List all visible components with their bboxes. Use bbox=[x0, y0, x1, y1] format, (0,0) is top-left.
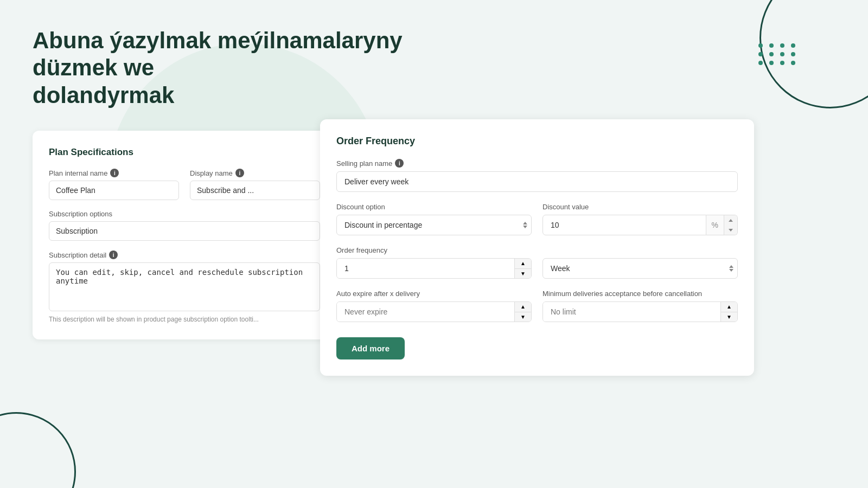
discount-value-decrement[interactable] bbox=[724, 225, 737, 235]
selling-plan-name-label: Selling plan name i bbox=[336, 159, 738, 168]
order-frequency-spinner: ▲ ▼ bbox=[336, 258, 532, 279]
min-deliveries-spinner: ▲ ▼ bbox=[542, 301, 738, 322]
auto-expire-label: Auto expire after x delivery bbox=[336, 290, 532, 298]
decorative-circle-bottom-left bbox=[0, 412, 76, 488]
order-frequency-spinner-btns: ▲ ▼ bbox=[514, 259, 531, 278]
display-name-group: Display name i bbox=[190, 169, 320, 200]
discount-value-arrows[interactable] bbox=[724, 215, 738, 235]
add-more-button[interactable]: Add more bbox=[336, 337, 405, 359]
discount-value-col: Discount value % bbox=[542, 203, 738, 235]
order-frequency-increment[interactable]: ▲ bbox=[515, 259, 531, 269]
auto-expire-col: Auto expire after x delivery ▲ ▼ bbox=[336, 290, 532, 322]
min-deliveries-input[interactable] bbox=[543, 302, 720, 322]
subscription-detail-group: Subscription detail i You can edit, skip… bbox=[49, 251, 320, 323]
min-deliveries-col: Minimum deliveries acceptance before can… bbox=[542, 290, 738, 322]
subscription-detail-info-icon[interactable]: i bbox=[109, 251, 118, 259]
min-deliveries-increment[interactable]: ▲ bbox=[721, 302, 737, 312]
selling-plan-name-group: Selling plan name i bbox=[336, 159, 738, 192]
discount-value-label: Discount value bbox=[542, 203, 738, 211]
auto-expire-input[interactable] bbox=[337, 302, 514, 322]
order-frequency-panel: Order Frequency Selling plan name i Disc… bbox=[320, 119, 754, 376]
period-arrows bbox=[729, 265, 733, 272]
auto-expire-spinner-btns: ▲ ▼ bbox=[514, 302, 531, 322]
order-frequency-period-select[interactable]: Week Day Month bbox=[542, 258, 738, 279]
order-frequency-label: Order frequency bbox=[336, 246, 532, 254]
order-frequency-period-label bbox=[542, 246, 738, 254]
discount-value-increment[interactable] bbox=[724, 215, 737, 225]
subscription-options-input[interactable] bbox=[49, 221, 320, 241]
min-deliveries-spinner-btns: ▲ ▼ bbox=[720, 302, 737, 322]
plan-internal-name-group: Plan internal name i bbox=[49, 169, 179, 200]
discount-option-arrows bbox=[523, 222, 527, 228]
period-arrow-up bbox=[729, 265, 733, 268]
selling-plan-name-input[interactable] bbox=[336, 171, 738, 192]
discount-row: Discount option Discount in percentage D… bbox=[336, 203, 738, 235]
discount-option-col: Discount option Discount in percentage D… bbox=[336, 203, 532, 235]
order-frequency-period-col: Week Day Month bbox=[542, 246, 738, 279]
discount-option-select[interactable]: Discount in percentage Discount in fixed… bbox=[336, 215, 532, 235]
subscription-detail-textarea[interactable]: You can edit, skip, cancel and reschedul… bbox=[49, 262, 320, 311]
selling-plan-name-info-icon[interactable]: i bbox=[395, 159, 404, 168]
display-name-label: Display name i bbox=[190, 169, 320, 177]
order-frequency-decrement[interactable]: ▼ bbox=[515, 269, 531, 279]
plan-internal-name-input[interactable] bbox=[49, 181, 179, 200]
order-frequency-row: Order frequency ▲ ▼ Week Day Month bbox=[336, 246, 738, 279]
expire-row: Auto expire after x delivery ▲ ▼ Minimum… bbox=[336, 290, 738, 322]
discount-option-label: Discount option bbox=[336, 203, 532, 211]
discount-value-wrapper: % bbox=[542, 215, 738, 235]
subscription-options-group: Subscription options bbox=[49, 210, 320, 241]
discount-option-wrapper: Discount in percentage Discount in fixed… bbox=[336, 215, 532, 235]
subscription-options-label: Subscription options bbox=[49, 210, 320, 218]
page-title: Abuna ýazylmak meýilnamalaryny düzmek we… bbox=[33, 27, 412, 109]
plan-internal-name-info-icon[interactable]: i bbox=[110, 169, 119, 177]
order-frequency-period-wrapper: Week Day Month bbox=[542, 258, 738, 279]
plan-specifications-card: Plan Specifications Plan internal name i… bbox=[33, 131, 336, 339]
order-frequency-input[interactable] bbox=[337, 259, 514, 278]
discount-option-arrow-up bbox=[523, 222, 527, 224]
auto-expire-increment[interactable]: ▲ bbox=[515, 302, 531, 312]
auto-expire-decrement[interactable]: ▼ bbox=[515, 312, 531, 322]
plan-internal-name-label: Plan internal name i bbox=[49, 169, 179, 177]
display-name-info-icon[interactable]: i bbox=[235, 169, 244, 177]
display-name-input[interactable] bbox=[190, 181, 320, 200]
min-deliveries-label: Minimum deliveries acceptance before can… bbox=[542, 290, 738, 298]
subscription-detail-hint: This description will be shown in produc… bbox=[49, 316, 320, 323]
plan-specifications-title: Plan Specifications bbox=[49, 147, 320, 158]
subscription-detail-label: Subscription detail i bbox=[49, 251, 320, 259]
order-frequency-title: Order Frequency bbox=[336, 136, 738, 147]
discount-option-arrow-down bbox=[523, 226, 527, 228]
auto-expire-spinner: ▲ ▼ bbox=[336, 301, 532, 322]
period-arrow-down bbox=[729, 269, 733, 272]
order-frequency-col: Order frequency ▲ ▼ bbox=[336, 246, 532, 279]
discount-unit: % bbox=[706, 215, 724, 235]
min-deliveries-decrement[interactable]: ▼ bbox=[721, 312, 737, 322]
discount-value-input[interactable] bbox=[542, 215, 706, 235]
